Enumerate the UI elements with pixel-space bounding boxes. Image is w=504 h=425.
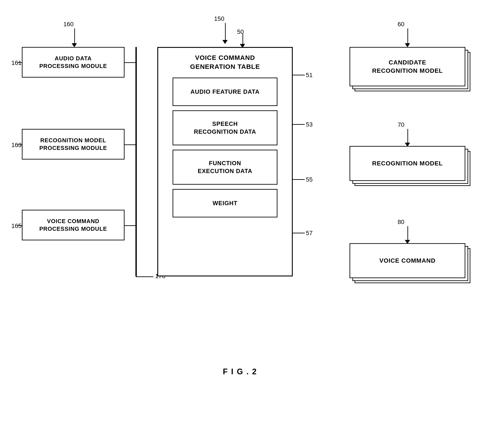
- candidate-recognition-model-label: CANDIDATE RECOGNITION MODEL: [372, 58, 443, 75]
- recognition-model-box: RECOGNITION MODEL: [350, 146, 465, 181]
- label-163: 163: [11, 142, 22, 149]
- hline-55: [293, 179, 305, 180]
- diagram: 160 AUDIO DATA PROCESSING MODULE 161 REC…: [0, 0, 504, 425]
- weight-box: WEIGHT: [172, 189, 278, 217]
- arrow-160-v: [74, 28, 75, 44]
- recognition-model-processing-box: RECOGNITION MODEL PROCESSING MODULE: [22, 129, 125, 159]
- voice-command-gen-table-label: VOICE COMMAND GENERATION TABLE: [190, 53, 260, 71]
- line-163: [17, 144, 22, 145]
- label-150: 150: [214, 15, 224, 22]
- weight-label: WEIGHT: [212, 199, 238, 207]
- speech-recognition-data-box: SPEECH RECOGNITION DATA: [172, 110, 278, 145]
- line-165: [17, 225, 22, 226]
- audio-data-processing-label: AUDIO DATA PROCESSING MODULE: [39, 55, 107, 70]
- label-161: 161: [11, 60, 22, 66]
- arrowhead-150: [222, 40, 228, 44]
- function-execution-data-label: FUNCTION EXECUTION DATA: [198, 159, 252, 175]
- hline-53: [293, 124, 305, 125]
- label-165: 165: [11, 222, 22, 229]
- hline-57: [293, 233, 305, 233]
- arrow-50-v: [243, 34, 243, 44]
- hline-163-bus: [125, 144, 136, 145]
- fig-label: F I G . 2: [223, 367, 257, 376]
- hline-165-bus: [125, 225, 136, 226]
- voice-command-processing-box: VOICE COMMAND PROCESSING MODULE: [22, 210, 125, 240]
- candidate-recognition-model-box: CANDIDATE RECOGNITION MODEL: [350, 47, 465, 86]
- label-55: 55: [306, 176, 313, 183]
- line-161: [17, 62, 22, 63]
- arrow-150-v: [225, 23, 226, 40]
- label-51: 51: [306, 72, 313, 79]
- audio-data-processing-box: AUDIO DATA PROCESSING MODULE: [22, 47, 125, 78]
- audio-feature-data-box: AUDIO FEATURE DATA: [172, 78, 278, 106]
- vertical-bus-line: [135, 47, 137, 276]
- voice-command-box: VOICE COMMAND: [350, 243, 465, 278]
- label-80: 80: [398, 219, 404, 226]
- voice-command-gen-table-box: VOICE COMMAND GENERATION TABLE AUDIO FEA…: [157, 47, 293, 276]
- label-70: 70: [398, 121, 404, 128]
- audio-feature-data-label: AUDIO FEATURE DATA: [191, 88, 259, 96]
- line-170-h: [136, 276, 153, 277]
- voice-command-label: VOICE COMMAND: [379, 257, 435, 265]
- label-60: 60: [398, 21, 404, 28]
- label-53: 53: [306, 121, 313, 128]
- label-57: 57: [306, 230, 313, 237]
- arrow-70-v: [407, 129, 408, 143]
- hline-161-bus: [125, 62, 136, 63]
- speech-recognition-data-label: SPEECH RECOGNITION DATA: [194, 120, 256, 136]
- arrowhead-60: [405, 43, 410, 47]
- voice-command-processing-label: VOICE COMMAND PROCESSING MODULE: [39, 217, 107, 233]
- arrow-60-v: [407, 28, 408, 44]
- hline-51: [293, 75, 305, 75]
- arrowhead-160: [72, 43, 77, 47]
- function-execution-data-box: FUNCTION EXECUTION DATA: [172, 150, 278, 185]
- arrow-80-v: [407, 226, 408, 240]
- recognition-model-processing-label: RECOGNITION MODEL PROCESSING MODULE: [39, 137, 107, 152]
- recognition-model-label: RECOGNITION MODEL: [372, 159, 443, 168]
- label-160: 160: [63, 21, 74, 28]
